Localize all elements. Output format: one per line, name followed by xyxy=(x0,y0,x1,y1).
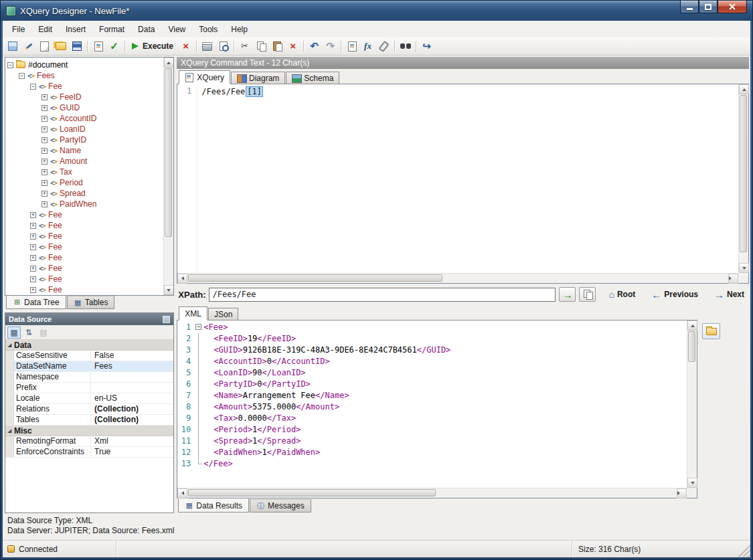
open-file-button[interactable] xyxy=(53,39,68,54)
tab-data-results[interactable]: ▦Data Results xyxy=(178,498,249,512)
function-button[interactable]: fx xyxy=(360,39,375,54)
property-value[interactable]: (Collection) xyxy=(91,404,173,414)
tree-node-fee-15[interactable]: +<>Fee xyxy=(5,220,173,231)
stop-button[interactable]: × xyxy=(178,39,193,54)
tree-node-fee-2[interactable]: −<>Fee xyxy=(5,81,173,92)
tree-node-fee-17[interactable]: +<>Fee xyxy=(5,242,173,252)
previous-button[interactable]: ←Previous xyxy=(648,288,701,301)
expand-icon[interactable]: + xyxy=(41,180,48,186)
tab-diagram[interactable]: Diagram xyxy=(231,72,285,84)
scroll-right-button[interactable] xyxy=(728,274,738,284)
property-locale[interactable]: Localeen-US xyxy=(5,393,173,404)
tab-xquery[interactable]: XQuery xyxy=(179,70,230,84)
scroll-track[interactable] xyxy=(187,488,677,498)
expand-icon[interactable]: + xyxy=(30,234,36,240)
expand-icon[interactable]: + xyxy=(30,287,36,293)
scroll-thumb[interactable] xyxy=(188,489,436,496)
scroll-left-button[interactable] xyxy=(177,488,187,498)
menu-format[interactable]: Format xyxy=(92,22,131,37)
tab-messages[interactable]: ⓘMessages xyxy=(250,499,311,512)
tab-json[interactable]: JSon xyxy=(208,308,238,320)
expand-icon[interactable]: + xyxy=(30,223,36,229)
menu-view[interactable]: View xyxy=(161,22,192,37)
maximize-button[interactable] xyxy=(699,1,718,13)
expand-icon[interactable]: + xyxy=(30,255,36,261)
property-namespace[interactable]: Namespace xyxy=(5,372,173,383)
expand-icon[interactable]: + xyxy=(41,201,48,207)
expand-icon[interactable]: + xyxy=(30,266,36,272)
tree-node-amount-9[interactable]: +<>Amount xyxy=(5,156,173,167)
scroll-down-button[interactable] xyxy=(687,478,697,488)
goto-button[interactable]: ↪ xyxy=(419,39,434,54)
print-button[interactable] xyxy=(199,39,215,54)
property-category-misc[interactable]: ◢Misc xyxy=(5,426,173,436)
expand-icon[interactable]: + xyxy=(41,126,48,132)
tree-node-fee-18[interactable]: +<>Fee xyxy=(5,252,173,263)
xquery-script-button[interactable] xyxy=(344,39,359,54)
scroll-thumb[interactable] xyxy=(188,274,442,282)
tree-node-fee-16[interactable]: +<>Fee xyxy=(5,231,173,242)
expand-icon[interactable]: + xyxy=(30,244,36,250)
tree-node-fees-1[interactable]: −<>Fees xyxy=(5,70,173,81)
close-button[interactable] xyxy=(718,1,747,13)
scroll-down-button[interactable] xyxy=(164,285,174,295)
xml-document-button[interactable] xyxy=(90,39,106,54)
expand-icon[interactable]: + xyxy=(41,169,48,175)
title-bar[interactable]: XQuery Designer - NewFile* xyxy=(1,1,752,21)
connection-button[interactable] xyxy=(21,39,36,54)
property-value[interactable]: True xyxy=(91,447,173,457)
xpath-input[interactable] xyxy=(209,288,556,302)
copy-button[interactable] xyxy=(253,39,268,54)
tree-node-loanid-6[interactable]: +<>LoanID xyxy=(5,124,173,134)
menu-insert[interactable]: Insert xyxy=(59,22,92,37)
expand-icon[interactable]: + xyxy=(41,137,48,143)
results-vertical-scrollbar[interactable] xyxy=(687,320,697,488)
paste-button[interactable] xyxy=(269,39,284,54)
tab-data-tree[interactable]: ⊞Data Tree xyxy=(6,295,66,309)
tab-tables[interactable]: ▦Tables xyxy=(67,296,115,309)
collapse-icon[interactable]: − xyxy=(30,84,36,90)
categorized-button[interactable]: ▦ xyxy=(7,326,21,339)
tab-schema[interactable]: Schema xyxy=(286,72,339,84)
tree-node-guid-4[interactable]: +<>GUID xyxy=(5,102,173,113)
scroll-track[interactable] xyxy=(687,331,697,478)
tree-node-paidwhen-13[interactable]: +<>PaidWhen xyxy=(5,199,173,209)
expand-icon[interactable]: + xyxy=(41,105,48,111)
property-value[interactable]: Fees xyxy=(91,361,173,371)
alphabetical-button[interactable]: ⇅ xyxy=(22,326,35,339)
expand-icon[interactable]: + xyxy=(41,116,48,122)
scroll-thumb[interactable] xyxy=(740,95,747,252)
property-value[interactable]: (Collection) xyxy=(91,415,173,425)
tree-node-fee-14[interactable]: +<>Fee xyxy=(5,209,173,220)
tree-node-partyid-7[interactable]: +<>PartyID xyxy=(5,134,173,145)
attachment-button[interactable] xyxy=(376,39,392,54)
property-prefix[interactable]: Prefix xyxy=(5,383,173,393)
open-results-file-button[interactable] xyxy=(702,323,720,339)
property-value[interactable] xyxy=(91,372,173,382)
scroll-up-button[interactable] xyxy=(687,320,697,331)
property-remotingformat[interactable]: RemotingFormatXml xyxy=(5,436,173,447)
validate-button[interactable]: ✓ xyxy=(106,39,122,54)
data-source-button[interactable] xyxy=(5,39,20,54)
cut-button[interactable]: ✂ xyxy=(237,39,252,54)
tree-node-fee-20[interactable]: +<>Fee xyxy=(5,274,173,284)
delete-button[interactable]: × xyxy=(285,39,301,54)
menu-tools[interactable]: Tools xyxy=(192,22,224,37)
expand-icon[interactable]: + xyxy=(41,159,48,165)
resize-grip[interactable] xyxy=(738,541,750,557)
property-casesensitive[interactable]: CaseSensitiveFalse xyxy=(5,351,173,361)
expand-icon[interactable]: + xyxy=(30,276,36,282)
scroll-thumb[interactable] xyxy=(688,331,695,362)
tab-xml[interactable]: XML xyxy=(179,306,207,320)
find-button[interactable] xyxy=(398,39,413,54)
scroll-left-button[interactable] xyxy=(177,274,187,284)
root-button[interactable]: ⌂Root xyxy=(605,288,639,300)
tree-node-accountid-5[interactable]: +<>AccountID xyxy=(5,113,173,124)
results-horizontal-scrollbar[interactable] xyxy=(177,488,687,498)
property-value[interactable] xyxy=(91,383,173,393)
xquery-editor[interactable]: 1 /Fees/Fee[1] xyxy=(177,84,749,284)
tree-node-fee-19[interactable]: +<>Fee xyxy=(5,263,173,274)
tree-node-document-0[interactable]: −#document xyxy=(5,60,173,70)
tree-node-period-11[interactable]: +<>Period xyxy=(5,177,173,188)
scroll-up-button[interactable] xyxy=(164,58,174,68)
